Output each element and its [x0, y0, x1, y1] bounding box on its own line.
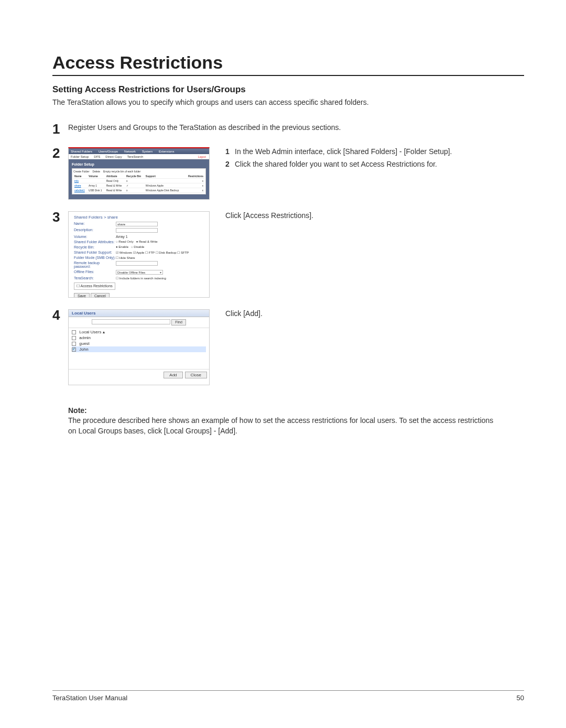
tab-extensions[interactable]: Extensions [159, 150, 174, 153]
check-backup[interactable]: ☐ Disk Backup [156, 251, 177, 254]
step-2-sub1-num: 1 [225, 147, 235, 156]
page: Access Restrictions Setting Access Restr… [0, 0, 566, 728]
add-button[interactable]: Add [164, 372, 182, 378]
save-button[interactable]: Save [74, 293, 90, 298]
folder-link-share[interactable]: share [74, 184, 81, 187]
step-2-screenshot: Shared Folders Users/Groups Network Syst… [68, 147, 210, 200]
dialog-title: Local Users [69, 310, 209, 317]
col-support: Support [145, 174, 185, 179]
volume-label: Volume: [74, 235, 116, 238]
cancel-button[interactable]: Cancel [91, 293, 110, 298]
find-input[interactable] [92, 319, 170, 324]
step-2-sub1-text: In the Web Admin interface, click [Share… [235, 147, 524, 156]
check-hide[interactable]: ☐ Hide Share [116, 256, 135, 259]
step-4-text: Click [Add]. [225, 309, 524, 318]
check-terasearch[interactable]: ☐ Include folders in search indexing [116, 277, 166, 280]
delete-folder-button[interactable]: Delete [93, 170, 100, 173]
step-4-number: 4 [52, 308, 68, 322]
find-button[interactable]: Find [171, 319, 186, 325]
tab-users-groups[interactable]: Users/Groups [99, 150, 118, 153]
list-item[interactable]: John [72, 346, 206, 352]
check-ftp[interactable]: ☐ FTP [145, 251, 155, 254]
name-label: Name: [74, 222, 116, 226]
col-attr: Attribute [105, 174, 125, 179]
description-label: Description: [74, 228, 116, 233]
step-2-row: 2 Shared Folders Users/Groups Network Sy… [52, 146, 524, 200]
step-4-screenshot: Local Users Find Local Users ▴ [68, 309, 210, 385]
page-footer: TeraStation User Manual 50 [52, 690, 524, 702]
radio-readwrite[interactable]: ● Read & Write [136, 240, 158, 243]
checkbox-icon[interactable] [72, 347, 76, 352]
step-2-number: 2 [52, 146, 68, 160]
volume-value: Array 1 [116, 235, 204, 238]
table-row[interactable]: share Array 1 Read & Write ✓ Windows App… [73, 183, 204, 188]
access-restrictions-toggle[interactable]: ☐ Access Restrictions [74, 282, 115, 290]
check-windows[interactable]: ☑ Windows [116, 251, 132, 254]
step-1-number: 1 [52, 122, 68, 136]
user-list: Local Users ▴ admin guest [69, 328, 209, 370]
breadcrumb: Shared Folders > share [74, 215, 204, 220]
terasearch-label: TeraSearch: [74, 276, 116, 280]
recycle-label: Recycle Bin: [74, 245, 116, 249]
radio-enable[interactable]: ● Enable [116, 245, 128, 248]
folder-link-info[interactable]: info [74, 179, 79, 182]
intro-text: The TeraStation allows you to specify wh… [52, 98, 524, 106]
empty-recycle-button[interactable]: Empty recycle bin of each folder [103, 170, 140, 173]
remote-input[interactable] [116, 261, 158, 266]
subtab-dfs[interactable]: DFS [94, 155, 100, 158]
step-3-text: Click [Access Restrictions]. [225, 211, 524, 220]
note-section: Note: The procedure described here shows… [68, 406, 503, 436]
tab-shared-folders[interactable]: Shared Folders [71, 150, 92, 153]
admin-subtabs: Folder Setup DFS Direct Copy TeraSearch … [69, 154, 209, 159]
folder-table: Name Volume Attribute Recycle Bin Suppor… [73, 174, 204, 193]
attributes-label: Shared Folder Attributes: [74, 240, 116, 244]
description-input[interactable] [116, 228, 158, 233]
col-restrictions: Restrictions [185, 174, 205, 179]
step-3-number: 3 [52, 210, 68, 224]
page-number: 50 [517, 694, 524, 702]
col-volume: Volume [88, 174, 105, 179]
subtab-direct-copy[interactable]: Direct Copy [105, 155, 122, 158]
step-2-sub2-num: 2 [225, 160, 235, 168]
subtab-terasearch[interactable]: TeraSearch [127, 155, 144, 158]
tab-network[interactable]: Network [124, 150, 136, 153]
table-row[interactable]: usbdisk1 USB Disk 1 Read & Write x Windo… [73, 188, 204, 193]
page-title: Access Restrictions [52, 52, 524, 73]
checkbox-icon[interactable] [72, 336, 76, 340]
footer-title: TeraStation User Manual [52, 694, 127, 702]
step-2-sub2-text: Click the shared folder you want to set … [235, 160, 524, 168]
note-body: The procedure described here shows an ex… [68, 416, 503, 436]
checkbox-icon[interactable] [72, 330, 76, 334]
check-apple[interactable]: ☑ Apple [133, 251, 145, 254]
logout-link[interactable]: Logout [198, 155, 206, 158]
note-heading: Note: [68, 406, 503, 415]
check-sftp[interactable]: ☐ SFTP [177, 251, 189, 254]
admin-tabs: Shared Folders Users/Groups Network Syst… [69, 148, 209, 154]
remote-label: Remote backup password: [74, 261, 116, 268]
support-label: Shared Folder Support: [74, 251, 116, 254]
hide-label: Folder Mode (SMB Only): [74, 256, 116, 259]
offline-select[interactable]: Disable Offline Files [116, 270, 163, 275]
section-subtitle: Setting Access Restrictions for Users/Gr… [52, 84, 524, 95]
list-item[interactable]: admin [72, 335, 206, 341]
radio-disable[interactable]: ○ Disable [131, 245, 144, 248]
step-4-row: 4 Local Users Find Local Users ▴ [52, 308, 524, 385]
step-3-screenshot: Shared Folders > share Name: share Descr… [68, 211, 210, 298]
col-recycle: Recycle Bin [125, 174, 145, 179]
folder-setup-title: Folder Setup [72, 162, 206, 166]
radio-readonly[interactable]: ○ Read Only [116, 240, 134, 243]
offline-label: Offline Files: [74, 270, 116, 275]
subtab-folder-setup[interactable]: Folder Setup [71, 155, 89, 158]
name-input[interactable]: share [116, 222, 158, 226]
list-item[interactable]: guest [72, 341, 206, 346]
tab-system[interactable]: System [142, 150, 153, 153]
step-3-row: 3 Shared Folders > share Name: share Des… [52, 210, 524, 298]
col-name: Name [73, 174, 88, 179]
folder-link-usbdisk1[interactable]: usbdisk1 [74, 189, 85, 192]
close-button[interactable]: Close [185, 372, 207, 378]
table-row[interactable]: info Read Only x x [73, 179, 204, 183]
list-group-header[interactable]: Local Users ▴ [72, 329, 206, 335]
step-1-text: Register Users and Groups to the TeraSta… [68, 123, 524, 132]
checkbox-icon[interactable] [72, 342, 76, 346]
create-folder-button[interactable]: Create Folder [73, 170, 90, 173]
